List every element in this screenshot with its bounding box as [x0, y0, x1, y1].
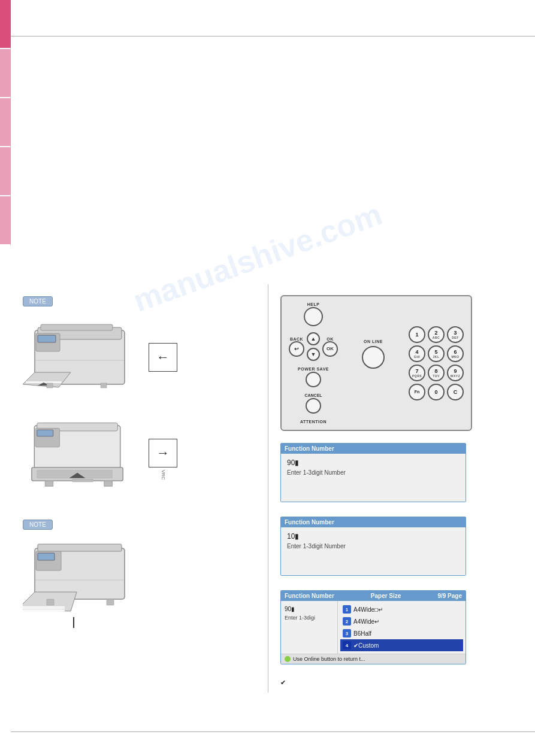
num-key-4[interactable]: 4 GHI: [409, 345, 425, 362]
ps-footer: Use Online button to return t...: [281, 654, 466, 664]
svg-rect-2: [41, 324, 113, 330]
printer-image-2: [23, 420, 143, 498]
cancel-label: CANCEL: [304, 393, 322, 397]
num-key-0[interactable]: 0: [428, 384, 445, 400]
keypad-panel: HELP BACK ↩ ▲: [280, 295, 472, 431]
ps-option-4[interactable]: 4 ✔Custom: [340, 639, 463, 651]
help-label: HELP: [307, 302, 320, 306]
svg-rect-22: [38, 544, 122, 551]
arrow-left-box-1: ←: [149, 343, 177, 372]
top-divider: [11, 36, 535, 37]
fn-display-1: Function Number 90▮ Enter 1-3digit Numbe…: [280, 443, 466, 502]
ps-num-4: 4: [343, 641, 351, 649]
num-key-fn[interactable]: Fn: [409, 384, 425, 400]
ps-page-info: 9/9 Page: [437, 593, 462, 599]
svg-rect-24: [38, 553, 55, 560]
vrc-label: VRC: [161, 470, 166, 480]
fn-body-2: 10▮ Enter 1-3digit Number: [281, 527, 466, 575]
ps-label-2: A4Wide↵: [353, 618, 379, 625]
num-grid: 1 2 ABC 3 DEF 4 GHI: [409, 326, 464, 400]
ok-label: OK: [327, 337, 334, 341]
ps-footer-text: Use Online button to return t...: [293, 656, 365, 662]
ps-option-1[interactable]: 1 A4Wide□↵: [340, 603, 463, 615]
fn-header-2: Function Number: [281, 517, 466, 527]
ps-left: 90▮ Enter 1-3digi: [281, 601, 338, 654]
ps-option-2[interactable]: 2 A4Wide↵: [340, 615, 463, 627]
svg-rect-19: [45, 481, 53, 486]
checkmark-note: ✔: [280, 679, 523, 687]
num-key-5[interactable]: 5 JKL: [428, 345, 445, 362]
on-line-label: ON LINE: [364, 339, 383, 344]
printer-image-3: [23, 539, 143, 629]
main-content: NOTE: [11, 245, 535, 693]
arrow-right-box: →: [149, 439, 177, 467]
ps-label-3: B6Half: [353, 630, 371, 637]
fn-hint-2: Enter 1-3digit Number: [287, 543, 460, 549]
ps-header: Function Number Paper Size 9/9 Page: [281, 591, 466, 601]
bottom-divider: [11, 731, 535, 732]
ps-label-1: A4Wide□↵: [353, 606, 383, 613]
num-key-1[interactable]: 1: [409, 326, 425, 343]
num-key-clear[interactable]: C: [447, 384, 464, 400]
down-arrow-button[interactable]: ▼: [307, 348, 320, 361]
left-column: NOTE: [11, 284, 268, 693]
keypad-section-row: HELP BACK ↩ ▲: [289, 302, 464, 424]
ps-label-4: ✔Custom: [353, 642, 379, 649]
ps-option-3[interactable]: 3 B6Half: [340, 627, 463, 639]
ps-fn-value: 90▮: [285, 606, 334, 612]
right-column: HELP BACK ↩ ▲: [268, 284, 535, 693]
side-tab-3[interactable]: [0, 98, 11, 146]
ps-header-right: Paper Size: [371, 593, 401, 599]
ps-fn-hint: Enter 1-3digi: [285, 615, 334, 621]
ps-num-2: 2: [343, 617, 351, 626]
ps-body: 90▮ Enter 1-3digi 1 A4Wide□↵ 2 A4Wide↵ 3: [281, 601, 466, 654]
help-button[interactable]: [304, 307, 323, 326]
num-key-8[interactable]: 8 TUV: [428, 365, 445, 381]
svg-rect-28: [23, 608, 65, 610]
svg-rect-10: [101, 383, 107, 388]
fn-value-2: 10▮: [287, 532, 460, 541]
svg-rect-4: [38, 335, 56, 342]
fn-header-1: Function Number: [281, 444, 466, 454]
fn-value-1: 90▮: [287, 459, 460, 467]
cancel-button[interactable]: [306, 398, 321, 414]
num-key-9[interactable]: 9 WXYZ: [447, 365, 464, 381]
power-save-button[interactable]: [306, 372, 321, 387]
ok-button[interactable]: OK: [322, 341, 338, 357]
num-key-3[interactable]: 3 DEF: [447, 326, 464, 343]
num-key-7[interactable]: 7 PQRS: [409, 365, 425, 381]
back-button[interactable]: ↩: [289, 341, 304, 357]
ps-right: 1 A4Wide□↵ 2 A4Wide↵ 3 B6Half 4 ✔Custom: [338, 601, 466, 654]
num-key-2[interactable]: 2 ABC: [428, 326, 445, 343]
fn-body-1: 90▮ Enter 1-3digit Number: [281, 454, 466, 502]
svg-rect-14: [37, 430, 53, 436]
svg-rect-32: [107, 599, 114, 605]
side-tab-4[interactable]: [0, 147, 11, 195]
side-tab-1[interactable]: [0, 0, 11, 48]
ps-header-left: Function Number: [285, 593, 334, 599]
svg-rect-27: [23, 606, 65, 608]
fn-hint-1: Enter 1-3digit Number: [287, 469, 460, 476]
num-key-6[interactable]: 6 MNO: [447, 345, 464, 362]
side-tab-2[interactable]: [0, 49, 11, 97]
nav-cluster: BACK ↩ ▲ ▼ OK: [289, 332, 338, 361]
printer-section-3: [23, 539, 256, 629]
back-label: BACK: [290, 337, 303, 341]
printer-section-1: ←: [23, 318, 256, 396]
svg-rect-20: [104, 481, 112, 486]
on-line-button[interactable]: [362, 346, 385, 369]
side-tabs: [0, 0, 11, 245]
svg-rect-18: [72, 479, 93, 482]
green-dot: [285, 656, 291, 662]
svg-rect-31: [47, 599, 54, 605]
svg-rect-29: [23, 610, 65, 612]
side-tab-5[interactable]: [0, 196, 11, 244]
note-tag-1: NOTE: [23, 296, 53, 306]
ps-num-1: 1: [343, 605, 351, 614]
note-tag-2: NOTE: [23, 520, 53, 530]
left-buttons-col: HELP BACK ↩ ▲: [289, 302, 338, 424]
up-arrow-button[interactable]: ▲: [307, 332, 320, 345]
numpad-col: 1 2 ABC 3 DEF 4 GHI: [409, 326, 464, 400]
printer-image-1: [23, 318, 143, 396]
attention-label: ATTENTION: [300, 420, 327, 424]
